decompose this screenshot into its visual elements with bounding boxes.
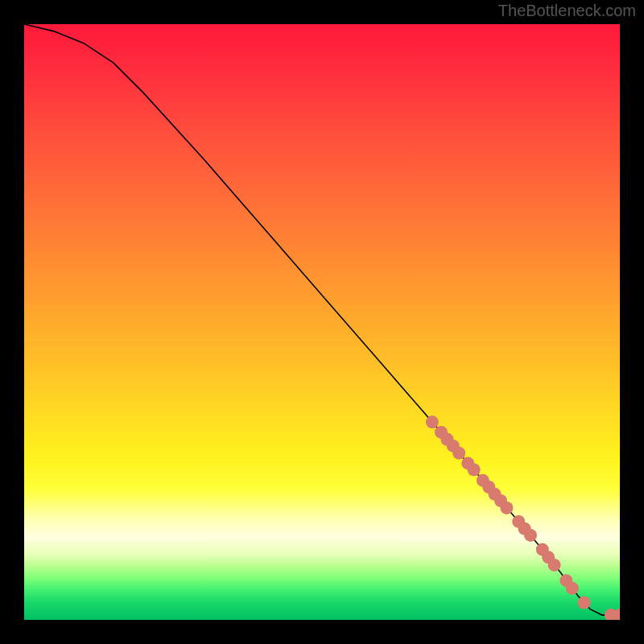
chart-marker — [548, 559, 561, 572]
chart-markers — [426, 415, 620, 620]
chart-marker — [468, 464, 481, 477]
attribution-text: TheBottleneck.com — [498, 2, 636, 20]
chart-marker — [578, 597, 591, 609]
chart-marker — [524, 529, 537, 542]
chart-marker — [426, 415, 439, 428]
plot-area — [24, 24, 620, 620]
chart-marker — [500, 502, 513, 514]
chart-marker — [566, 582, 579, 595]
chart-marker — [452, 447, 465, 460]
chart-svg — [24, 24, 620, 620]
